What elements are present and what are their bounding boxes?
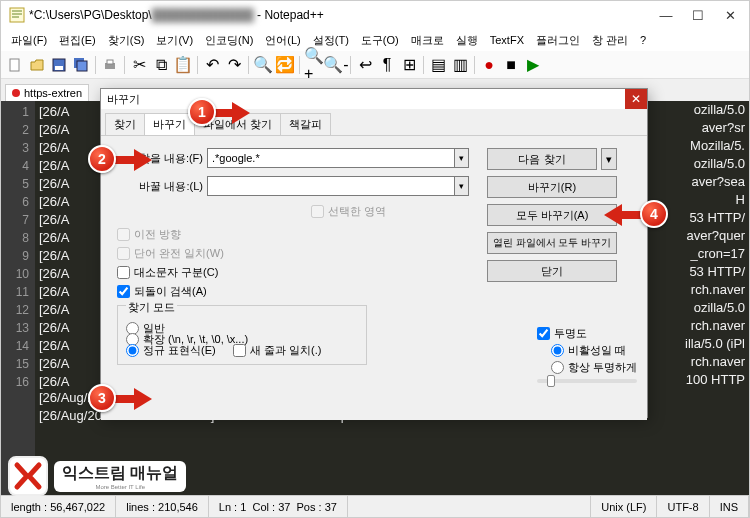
annotation-arrow-1 xyxy=(210,102,250,124)
menu-plugins[interactable]: 플러그인 xyxy=(530,31,586,50)
dialog-tabs: 찾기 바꾸기 파일에서 찾기 책갈피 xyxy=(101,109,647,136)
menu-file[interactable]: 파일(F) xyxy=(5,31,53,50)
show-all-chars-icon[interactable]: ¶ xyxy=(377,55,397,75)
zoom-out-icon[interactable]: 🔍- xyxy=(326,55,346,75)
maximize-button[interactable]: ☐ xyxy=(691,8,705,22)
dialog-title-bar[interactable]: 바꾸기 ✕ xyxy=(101,89,647,109)
tab-find[interactable]: 찾기 xyxy=(105,113,145,135)
indent-guides-icon[interactable]: ⊞ xyxy=(399,55,419,75)
svg-rect-5 xyxy=(77,61,87,71)
unfold-icon[interactable]: ▥ xyxy=(450,55,470,75)
stop-macro-icon[interactable]: ■ xyxy=(501,55,521,75)
status-insert-mode: INS xyxy=(710,496,749,517)
paste-icon[interactable]: 📋 xyxy=(173,55,193,75)
svg-rect-0 xyxy=(10,8,24,22)
menu-run[interactable]: 실행 xyxy=(450,31,484,50)
replace-icon[interactable]: 🔁 xyxy=(275,55,295,75)
menu-bar: 파일(F) 편집(E) 찾기(S) 보기(V) 인코딩(N) 언어(L) 설정(… xyxy=(1,29,749,51)
zoom-in-icon[interactable]: 🔍+ xyxy=(304,55,324,75)
play-macro-icon[interactable]: ▶ xyxy=(523,55,543,75)
main-toolbar: ✂ ⧉ 📋 ↶ ↷ 🔍 🔁 🔍+ 🔍- ↩ ¶ ⊞ ▤ ▥ ● ■ ▶ xyxy=(1,51,749,79)
document-tab-label: https-extren xyxy=(24,87,82,99)
annotation-arrow-2 xyxy=(112,149,152,171)
undo-icon[interactable]: ↶ xyxy=(202,55,222,75)
dialog-body: 찾을 내용:(F) ▾ 바꿀 내용:(L) ▾ 선택한 영역 이전 방향 단어 … xyxy=(101,136,647,420)
title-bar: *C:\Users\PG\Desktop\████████████ - Note… xyxy=(1,1,749,29)
document-tab[interactable]: https-extren xyxy=(5,84,89,101)
trans-lose-focus-radio[interactable] xyxy=(551,344,564,357)
find-input[interactable] xyxy=(207,148,455,168)
transparency-slider[interactable] xyxy=(537,379,637,383)
line-gutter: 12345678910111213141516 xyxy=(1,101,35,495)
app-icon xyxy=(9,7,25,23)
fold-icon[interactable]: ▤ xyxy=(428,55,448,75)
replace-input[interactable] xyxy=(207,176,455,196)
status-bar: length : 56,467,022 lines : 210,546 Ln :… xyxy=(1,495,749,517)
menu-help[interactable]: ? xyxy=(634,32,652,48)
watermark-text: 익스트림 매뉴얼 More Better IT Life xyxy=(54,461,186,492)
match-case-checkbox[interactable] xyxy=(117,266,130,279)
svg-rect-3 xyxy=(55,66,63,70)
modified-dot-icon xyxy=(12,89,20,97)
menu-search[interactable]: 찾기(S) xyxy=(102,31,151,50)
replace-dialog: 바꾸기 ✕ 찾기 바꾸기 파일에서 찾기 책갈피 찾을 내용:(F) ▾ 바꿀 … xyxy=(100,88,648,418)
dialog-close-button[interactable]: ✕ xyxy=(625,89,647,109)
trans-always-radio[interactable] xyxy=(551,361,564,374)
transparency-checkbox[interactable] xyxy=(537,327,550,340)
annotation-marker-2: 2 xyxy=(88,145,116,173)
svg-rect-7 xyxy=(107,60,113,64)
wrap-icon[interactable]: ↩ xyxy=(355,55,375,75)
status-encoding: UTF-8 xyxy=(657,496,709,517)
annotation-arrow-3 xyxy=(112,388,152,410)
replace-label: 바꿀 내용:(L) xyxy=(131,179,203,194)
replace-all-button[interactable]: 모두 바꾸기(A) xyxy=(487,204,617,226)
tab-mark[interactable]: 책갈피 xyxy=(280,113,331,135)
menu-tools[interactable]: 도구(O) xyxy=(355,31,405,50)
search-mode-group: 찾기 모드 일반 확장 (\n, \r, \t, \0, \x...) 정규 표… xyxy=(117,305,367,365)
backward-checkbox xyxy=(117,228,130,241)
menu-language[interactable]: 언어(L) xyxy=(259,31,306,50)
minimize-button[interactable]: — xyxy=(659,8,673,22)
dot-matches-newline-checkbox[interactable] xyxy=(233,344,246,357)
watermark-logo-icon xyxy=(8,456,48,496)
menu-view[interactable]: 보기(V) xyxy=(150,31,199,50)
status-caret: Ln : 1 Col : 37 Pos : 37 xyxy=(209,496,348,517)
watermark: 익스트림 매뉴얼 More Better IT Life xyxy=(8,456,186,496)
close-window-button[interactable]: ✕ xyxy=(723,8,737,22)
annotation-marker-3: 3 xyxy=(88,384,116,412)
annotation-marker-1: 1 xyxy=(188,98,216,126)
whole-word-checkbox xyxy=(117,247,130,260)
window-controls: — ☐ ✕ xyxy=(659,8,737,22)
status-lines: lines : 210,546 xyxy=(116,496,209,517)
tab-replace[interactable]: 바꾸기 xyxy=(144,113,195,135)
transparency-group: 투명도 비활성일 때 항상 투명하게 xyxy=(537,326,637,383)
replace-all-open-button[interactable]: 열린 파일에서 모두 바꾸기 xyxy=(487,232,617,254)
find-icon[interactable]: 🔍 xyxy=(253,55,273,75)
wrap-around-checkbox[interactable] xyxy=(117,285,130,298)
close-button[interactable]: 닫기 xyxy=(487,260,617,282)
save-all-icon[interactable] xyxy=(71,55,91,75)
print-icon[interactable] xyxy=(100,55,120,75)
cut-icon[interactable]: ✂ xyxy=(129,55,149,75)
open-file-icon[interactable] xyxy=(27,55,47,75)
replace-dropdown-icon[interactable]: ▾ xyxy=(455,176,469,196)
find-dropdown-icon[interactable]: ▾ xyxy=(455,148,469,168)
menu-encoding[interactable]: 인코딩(N) xyxy=(199,31,259,50)
find-next-down-button[interactable]: ▾ xyxy=(601,148,617,170)
new-file-icon[interactable] xyxy=(5,55,25,75)
redo-icon[interactable]: ↷ xyxy=(224,55,244,75)
menu-textfx[interactable]: TextFX xyxy=(484,32,530,48)
svg-rect-1 xyxy=(10,59,19,71)
menu-window[interactable]: 창 관리 xyxy=(586,31,634,50)
annotation-marker-4: 4 xyxy=(640,200,668,228)
find-next-button[interactable]: 다음 찾기 xyxy=(487,148,597,170)
save-icon[interactable] xyxy=(49,55,69,75)
copy-icon[interactable]: ⧉ xyxy=(151,55,171,75)
menu-macro[interactable]: 매크로 xyxy=(405,31,450,50)
mode-regex-radio[interactable] xyxy=(126,344,139,357)
selection-only-checkbox xyxy=(311,205,324,218)
menu-edit[interactable]: 편집(E) xyxy=(53,31,102,50)
dialog-title: 바꾸기 xyxy=(107,92,140,107)
replace-button[interactable]: 바꾸기(R) xyxy=(487,176,617,198)
record-macro-icon[interactable]: ● xyxy=(479,55,499,75)
